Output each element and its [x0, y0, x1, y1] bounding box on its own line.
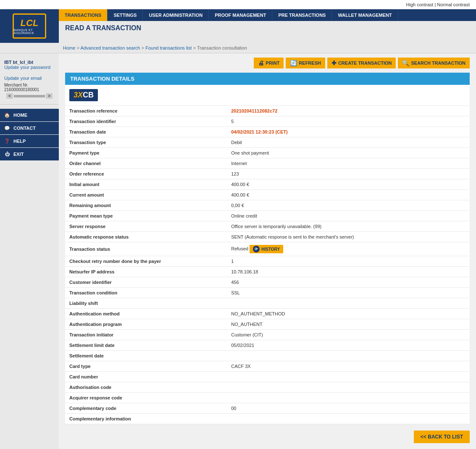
- table-row-type: Transaction type Debit: [65, 137, 470, 148]
- table-row-card-number: Card number: [65, 372, 470, 382]
- home-icon: 🏠: [3, 111, 11, 119]
- field-value-card-number: [227, 372, 470, 382]
- field-value-acquirer-code: [227, 393, 470, 403]
- field-label-identifier: Transaction identifier: [65, 116, 227, 127]
- table-row-current-amount: Current amount 400.00 €: [65, 190, 470, 200]
- field-value-card-type: CACF 3X: [227, 361, 470, 372]
- toolbar: 🖨 PRINT 🔄 REFRESH ✚ CREATE TRANSACTION 🔍…: [65, 58, 470, 68]
- table-row-date: Transaction date 04/02/2021 12:30:23 (CE…: [65, 127, 470, 137]
- page-title: READ A TRANSACTION: [65, 24, 470, 32]
- field-value-order-channel: Internet: [227, 158, 470, 169]
- field-label-order-reference: Order reference: [65, 169, 227, 179]
- create-icon: ✚: [331, 60, 337, 66]
- breadcrumb-found-list[interactable]: Found transactions list: [145, 45, 192, 50]
- table-row-netsurfer-ip: Netsurfer IP address 10.78.106.18: [65, 267, 470, 277]
- field-value-server-response: Office server is temporarily unavailable…: [227, 221, 470, 232]
- search-transaction-button[interactable]: 🔍 SEARCH TRANSACTION: [398, 58, 470, 68]
- transaction-reference-link[interactable]: 202102041112082c72: [231, 108, 277, 113]
- sidebar-update-password[interactable]: Update your password: [4, 65, 55, 70]
- logo-subtitle: BANQUE ET ASSURANCE: [14, 29, 45, 34]
- transaction-date-value: 04/02/2021 12:30:23 (CET): [231, 129, 288, 134]
- breadcrumb-home[interactable]: Home: [63, 45, 75, 50]
- table-row-card-type: Card type CACF 3X: [65, 361, 470, 372]
- sidebar-home-label: HOME: [13, 113, 27, 118]
- normal-contrast-link[interactable]: Normal contrast: [437, 2, 470, 7]
- sidebar-contact-label: CONTACT: [13, 126, 36, 131]
- field-label-initiator: Transaction initiator: [65, 330, 227, 340]
- table-row-remaining-amount: Remaining amount 0,00 €: [65, 200, 470, 211]
- table-row-comp-code: Complementary code 00: [65, 403, 470, 414]
- refresh-icon: 🔄: [290, 60, 297, 66]
- sidebar-update-email[interactable]: Update your email: [4, 76, 55, 81]
- field-value-date: 04/02/2021 12:30:23 (CET): [227, 127, 470, 137]
- sidebar-item-contact[interactable]: 💬 CONTACT: [0, 122, 59, 134]
- nav-tab-pre-transactions[interactable]: PRE TRANSACTIONS: [272, 9, 332, 21]
- field-value-settlement-limit: 05/02/2021: [227, 340, 470, 351]
- field-value-auth-program: NO_AUTHENT: [227, 319, 470, 330]
- 3xcb-logo-text: 3XCB: [69, 89, 98, 101]
- sidebar-item-home[interactable]: 🏠 HOME: [0, 109, 59, 121]
- breadcrumb-advanced-search[interactable]: Advanced transaction search: [81, 45, 140, 50]
- field-value-status: Refused ⟳ HISTORY: [227, 242, 470, 256]
- field-label-card-type: Card type: [65, 361, 227, 372]
- create-transaction-button[interactable]: ✚ CREATE TRANSACTION: [327, 58, 396, 68]
- sidebar-scroll-right[interactable]: >: [46, 93, 53, 99]
- sidebar-user-info: IBT bt_lcl_ibt Update your password Upda…: [0, 58, 59, 105]
- field-label-card-number: Card number: [65, 372, 227, 382]
- field-label-payment-mean: Payment mean type: [65, 211, 227, 221]
- field-value-condition: SSL: [227, 288, 470, 298]
- sidebar-scroll-left[interactable]: <: [6, 93, 13, 99]
- table-row-customer-id: Customer identifier 456: [65, 277, 470, 288]
- nav-tab-settings[interactable]: SETTINGS: [108, 9, 143, 21]
- nav-tab-user-admin[interactable]: USER ADMINISTRATION: [143, 9, 209, 21]
- sidebar-item-exit[interactable]: ⏻ EXIT: [0, 148, 59, 160]
- print-icon: 🖨: [258, 60, 264, 66]
- table-row-auth-program: Authentication program NO_AUTHENT: [65, 319, 470, 330]
- table-row-initiator: Transaction initiator Customer (CIT): [65, 330, 470, 340]
- field-label-checkout-retry: Checkout retry number done by the payer: [65, 256, 227, 267]
- search-icon: 🔍: [402, 60, 409, 66]
- contact-icon: 💬: [3, 124, 11, 132]
- field-value-reference: 202102041112082c72: [227, 106, 470, 116]
- table-row: 3XCB: [65, 85, 470, 106]
- field-value-type: Debit: [227, 137, 470, 148]
- sidebar: IBT bt_lcl_ibt Update your password Upda…: [0, 53, 59, 449]
- field-label-netsurfer-ip: Netsurfer IP address: [65, 267, 227, 277]
- field-label-comp-code: Complementary code: [65, 403, 227, 414]
- main-layout: IBT bt_lcl_ibt Update your password Upda…: [0, 53, 476, 449]
- table-row-settlement-limit: Settlement limit date 05/02/2021: [65, 340, 470, 351]
- field-label-auth-method: Authentication method: [65, 309, 227, 319]
- field-value-comp-code: 00: [227, 403, 470, 414]
- transaction-details-table: 3XCB Transaction reference 2021020411120…: [65, 85, 470, 424]
- nav-tab-transactions[interactable]: TRANSACTIONS: [59, 9, 108, 21]
- nav-tab-proof-mgmt[interactable]: PROOF MANAGEMENT: [209, 9, 272, 21]
- header-combined: LCL BANQUE ET ASSURANCE TRANSACTIONS SET…: [0, 9, 476, 43]
- sidebar-item-help[interactable]: ❓ HELP: [0, 135, 59, 147]
- table-row-status: Transaction status Refused ⟳ HISTORY: [65, 242, 470, 256]
- logo-area: LCL BANQUE ET ASSURANCE: [0, 9, 59, 43]
- field-value-payment-type: One shot payment: [227, 148, 470, 158]
- refresh-button[interactable]: 🔄 REFRESH: [286, 58, 325, 68]
- field-label-settlement-limit: Settlement limit date: [65, 340, 227, 351]
- table-row-reference: Transaction reference 202102041112082c72: [65, 106, 470, 116]
- field-value-settlement-date: [227, 351, 470, 361]
- field-value-identifier: 5: [227, 116, 470, 127]
- status-refused: Refused: [231, 246, 250, 251]
- history-icon: ⟳: [253, 246, 260, 252]
- field-label-settlement-date: Settlement date: [65, 351, 227, 361]
- table-row-comp-info: Complementary information: [65, 414, 470, 424]
- field-value-initiator: Customer (CIT): [227, 330, 470, 340]
- field-label-payment-type: Payment type: [65, 148, 227, 158]
- back-to-list-button[interactable]: << BACK TO LIST: [414, 431, 470, 443]
- field-label-condition: Transaction condition: [65, 288, 227, 298]
- field-label-customer-id: Customer identifier: [65, 277, 227, 288]
- sidebar-merchant-number: 216000000180001: [4, 87, 39, 92]
- field-label-acquirer-code: Acquirer response code: [65, 393, 227, 403]
- table-row-auth-code: Authorisation code: [65, 382, 470, 393]
- field-label-remaining-amount: Remaining amount: [65, 200, 227, 211]
- print-button[interactable]: 🖨 PRINT: [254, 58, 284, 68]
- nav-tab-wallet-mgmt[interactable]: WALLET MANAGEMENT: [332, 9, 398, 21]
- table-row-initial-amount: Initial amount 400.00 €: [65, 179, 470, 190]
- high-contrast-link[interactable]: High contrast: [406, 2, 434, 7]
- history-button[interactable]: ⟳ HISTORY: [250, 245, 283, 253]
